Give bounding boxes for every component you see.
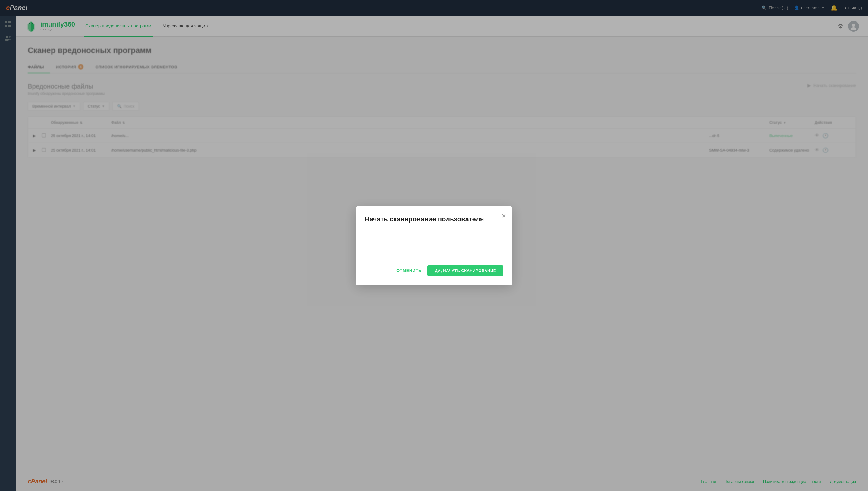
main-content: imunify360 5.11.3-1 Сканер вредоносных п…: [16, 16, 868, 491]
modal-footer: ОТМЕНИТЬ ДА, НАЧАТЬ СКАНИРОВАНИЕ: [365, 265, 503, 276]
modal-title: Начать сканирование пользователя: [365, 215, 503, 223]
confirm-scan-button[interactable]: ДА, НАЧАТЬ СКАНИРОВАНИЕ: [427, 265, 503, 276]
modal-overlay: ✕ Начать сканирование пользователя ОТМЕН…: [0, 0, 868, 491]
scan-user-modal: ✕ Начать сканирование пользователя ОТМЕН…: [356, 206, 512, 285]
modal-body: [365, 232, 503, 256]
modal-close-button[interactable]: ✕: [501, 212, 506, 220]
cancel-button[interactable]: ОТМЕНИТЬ: [396, 268, 421, 273]
page-layout: imunify360 5.11.3-1 Сканер вредоносных п…: [0, 16, 868, 491]
